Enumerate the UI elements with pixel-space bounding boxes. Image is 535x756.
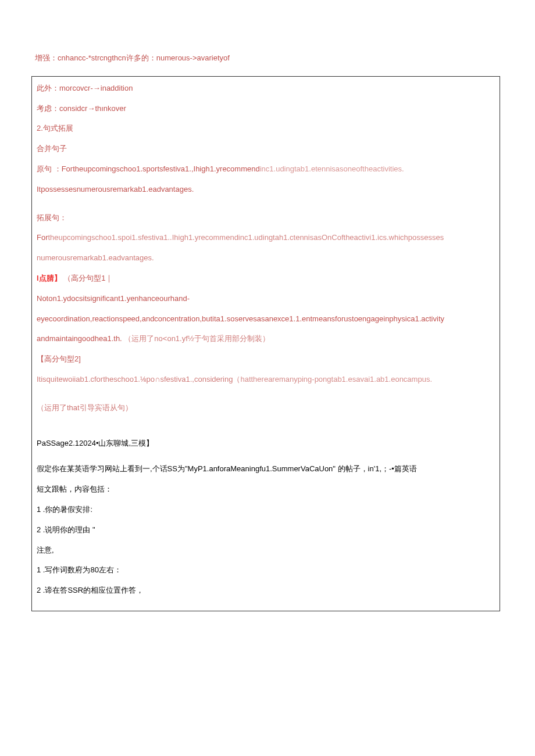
gaofen1-line2: eyecoordination,reactionspeed,andconcent… (37, 313, 495, 325)
list-item-1: 1 .你的暑假安排: (37, 504, 495, 516)
merge-sentence-label: 合并句子 (37, 143, 495, 155)
dianjing-row: I点腈】 （高分句型1｜ (37, 273, 495, 285)
expand-sentence-line1: Fortheupcomingschoo1.spoi1.sfestiva1..Ih… (37, 232, 495, 244)
gaofen2-note: （运用了that引导宾语从句） (37, 402, 495, 414)
original-sentence-line2: Itpossessesnumerousremarkab1.eadvantages… (37, 184, 495, 196)
original-text-part2: inc1.udingtab1.e (260, 164, 315, 173)
gaofen1-line3: andmaintaingoodhea1.th. （运用了no<on1.yf½于句… (37, 333, 495, 345)
notice-item-1: 1 .写作词数府为80左右： (37, 564, 495, 576)
dianjing-label: I点腈】 (37, 274, 62, 282)
gaofen2-line1b: hattherearemanyping-pongtab1.esavai1.ab1… (240, 375, 432, 384)
prompt-line2: 短文跟帖，内容包括： (37, 483, 495, 496)
gaofen1-line1: Noton1.ydocsitsignificant1.yenhanceourha… (37, 293, 495, 305)
list-item-2: 2 .说明你的理由 " (37, 524, 495, 536)
gaofen2-line1: Itisquitewoiiab1.cfortheschoo1.⅛po∩sfest… (37, 374, 495, 386)
notice-label: 注意, (37, 544, 495, 557)
original-sentence-line1: 原句 ：Fortheupcomingschoo1.sportsfestiva1.… (37, 163, 495, 175)
expand-sentence-label: 拓展句： (37, 212, 495, 224)
synonym-consider: 考虑：considcr→thınkover (37, 103, 495, 115)
original-text-part1: Fortheupcomingschoo1.sportsfestiva1.,Ihi… (62, 164, 260, 173)
content-box: 此外：morcovcr-→inaddition 考虑：considcr→thın… (31, 76, 500, 611)
notice-item-2: 2 .谛在答SSR的相应位置作答， (37, 585, 495, 597)
synonym-line-outer: 增强：cnhancc-*strcngthcn许多的：numerous->avar… (0, 6, 535, 70)
expand-sentence-line2: numerousremarkab1.eadvantages. (37, 252, 495, 264)
original-text-part3: tennisasoneoftheactivities. (315, 164, 404, 173)
expand-text-bold: For (37, 233, 48, 242)
gaofen1-line3-note: （运用了no<on1.yf½于句首采用部分制装） (124, 334, 269, 343)
gaofen2-label: 【高分句型2] (37, 353, 495, 366)
original-label: 原句 ： (37, 164, 62, 173)
heading-sentence-expand: 2.句式拓展 (37, 123, 495, 135)
gaofen2-line1a: Itisquitewoiiab1.cfortheschoo1.⅛po∩sfest… (37, 375, 240, 384)
prompt-line1: 假定你在某英语学习网站上看到一,个话SS为"MyP1.anforaMeaning… (37, 463, 495, 475)
gaofen1-line3-text: andmaintaingoodhea1.th. (37, 334, 122, 343)
synonym-moreover: 此外：morcovcr-→inaddition (37, 83, 495, 95)
gaofen1-label: （高分句型1｜ (63, 274, 113, 282)
expand-text-part2: theupcomingschoo1.spoi1.sfestiva1..Ihigh… (48, 233, 444, 242)
passage-title: PaSSage2.12024•山东聊城,三模】 (37, 438, 495, 450)
